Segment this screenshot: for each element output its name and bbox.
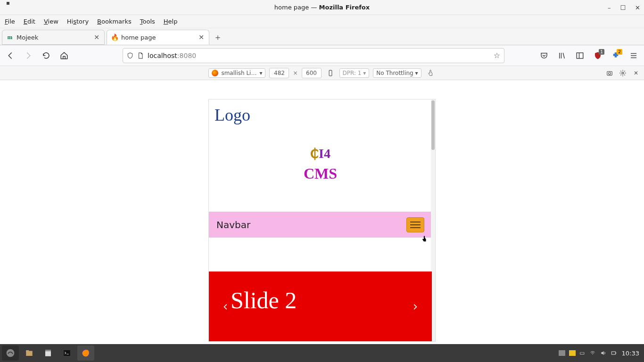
navigation-toolbar: localhost:8080 ☆ 1 2 xyxy=(0,45,644,66)
file-manager-button[interactable] xyxy=(21,346,38,361)
window-title: home page — Mozilla Firefox xyxy=(274,4,370,11)
svg-rect-10 xyxy=(45,350,51,351)
dpr-select[interactable]: DPR: 1 ▾ xyxy=(339,68,370,78)
close-rdm-button[interactable]: ✕ xyxy=(631,68,641,78)
touch-simulation-button[interactable] xyxy=(425,68,436,78)
tab-label: Mojeek xyxy=(17,34,90,41)
brand-logo: ₵I4 CMS xyxy=(209,146,432,182)
throttling-label: No Throttling xyxy=(376,70,413,76)
library-button[interactable] xyxy=(555,49,569,62)
menu-edit[interactable]: Edit xyxy=(24,18,35,25)
site-logo[interactable]: Logo xyxy=(209,99,432,127)
content-area: Logo ₵I4 CMS Navbar Slide 2 xyxy=(0,80,644,344)
viewport-width-input[interactable]: 482 xyxy=(269,68,289,78)
desktop-taskbar: ▭ 10:33 xyxy=(0,344,644,362)
viewport-scroll-thumb[interactable] xyxy=(431,100,435,150)
window-controls: – ☐ ✕ xyxy=(608,0,640,15)
bookmark-star-icon[interactable]: ☆ xyxy=(494,51,500,60)
extension-button[interactable]: 2 xyxy=(609,49,622,62)
app-menu-button[interactable] xyxy=(627,49,640,62)
svg-rect-2 xyxy=(329,70,332,76)
url-port: :8080 xyxy=(177,52,196,59)
menu-file[interactable]: File xyxy=(5,18,15,25)
url-text: localhost:8080 xyxy=(148,52,196,59)
svg-point-5 xyxy=(622,72,624,74)
app-indicator-icon xyxy=(7,2,9,5)
menu-history[interactable]: History xyxy=(67,18,89,25)
window-minimize-button[interactable]: – xyxy=(608,4,611,11)
navbar-toggler-button[interactable] xyxy=(406,217,424,232)
ublock-badge: 1 xyxy=(599,49,604,55)
svg-point-6 xyxy=(7,349,15,357)
volume-icon[interactable] xyxy=(600,350,607,356)
chevron-down-icon: ▾ xyxy=(259,70,262,76)
shield-icon[interactable] xyxy=(127,52,133,59)
reload-button[interactable] xyxy=(40,49,53,62)
device-select[interactable]: smallish Li… ▾ xyxy=(208,68,265,78)
url-bar[interactable]: localhost:8080 ☆ xyxy=(123,48,504,63)
rotate-viewport-button[interactable] xyxy=(325,68,336,78)
pocket-button[interactable] xyxy=(537,49,551,62)
svg-rect-8 xyxy=(26,350,29,352)
menu-bookmarks[interactable]: Bookmarks xyxy=(97,18,132,25)
tab-home-page[interactable]: 🔥 home page ✕ xyxy=(107,30,209,45)
navbar-brand[interactable]: Navbar xyxy=(216,219,250,230)
forward-button[interactable] xyxy=(22,49,35,62)
sidebar-button[interactable] xyxy=(573,49,586,62)
firefox-icon xyxy=(212,70,218,76)
brand-ci4: ₵I4 xyxy=(209,146,432,161)
battery-icon[interactable] xyxy=(611,350,617,356)
menu-help[interactable]: Help xyxy=(164,18,178,25)
tray-icon[interactable] xyxy=(569,350,576,356)
new-tab-button[interactable]: ＋ xyxy=(211,31,224,44)
network-icon[interactable] xyxy=(589,350,596,356)
site-navbar: Navbar xyxy=(209,212,432,238)
site-info-icon[interactable] xyxy=(137,52,144,59)
terminal-button[interactable] xyxy=(58,346,75,361)
app-menubar: File Edit View History Bookmarks Tools H… xyxy=(0,15,644,28)
text-editor-button[interactable] xyxy=(40,346,57,361)
start-menu-button[interactable] xyxy=(2,346,19,361)
menu-view[interactable]: View xyxy=(44,18,58,25)
url-host: localhost xyxy=(148,52,177,59)
firefox-taskbar-button[interactable] xyxy=(77,346,94,361)
tab-close-button[interactable]: ✕ xyxy=(93,33,100,41)
tab-label: home page xyxy=(121,34,195,41)
tab-bar: m Mojeek ✕ 🔥 home page ✕ ＋ xyxy=(0,28,644,45)
carousel-slide: Slide 2 xyxy=(209,272,432,342)
hamburger-line-icon xyxy=(410,224,421,225)
favicon-codeigniter-icon: 🔥 xyxy=(111,33,118,41)
hamburger-line-icon xyxy=(410,222,421,222)
tab-close-button[interactable]: ✕ xyxy=(198,33,205,41)
responsive-design-toolbar: smallish Li… ▾ 482 × 600 DPR: 1 ▾ No Thr… xyxy=(0,66,644,80)
simulated-viewport: Logo ₵I4 CMS Navbar Slide 2 xyxy=(208,99,436,342)
ublock-button[interactable]: 1 xyxy=(591,49,604,62)
window-maximize-button[interactable]: ☐ xyxy=(620,4,626,11)
svg-rect-13 xyxy=(611,352,615,354)
system-tray: ▭ xyxy=(559,350,617,356)
devtools-settings-button[interactable] xyxy=(618,68,628,78)
window-title-page: home page xyxy=(274,4,309,11)
back-button[interactable] xyxy=(4,49,17,62)
brand-i4-chars: I4 xyxy=(319,146,330,161)
brand-c-char: ₵ xyxy=(310,146,319,161)
tab-mojeek[interactable]: m Mojeek ✕ xyxy=(2,30,105,45)
tray-icon[interactable] xyxy=(559,350,565,356)
viewport-height-input[interactable]: 600 xyxy=(302,68,322,78)
chevron-down-icon: ▾ xyxy=(363,70,366,76)
taskbar-clock[interactable]: 10:33 xyxy=(619,350,642,357)
throttling-select[interactable]: No Throttling ▾ xyxy=(373,68,421,78)
menu-tools[interactable]: Tools xyxy=(140,18,155,25)
carousel-prev-button[interactable] xyxy=(222,302,229,312)
home-button[interactable] xyxy=(58,49,71,62)
webpage-content: Logo ₵I4 CMS Navbar Slide 2 xyxy=(209,99,432,341)
svg-point-4 xyxy=(609,72,611,74)
brand-cms: CMS xyxy=(209,165,432,182)
window-title-sep: — xyxy=(311,4,319,11)
tray-icon[interactable]: ▭ xyxy=(579,350,585,356)
window-close-button[interactable]: ✕ xyxy=(635,4,640,11)
svg-rect-11 xyxy=(64,350,70,356)
screenshot-button[interactable] xyxy=(604,68,615,78)
window-title-app: Mozilla Firefox xyxy=(319,4,370,11)
carousel-next-button[interactable] xyxy=(412,302,419,312)
